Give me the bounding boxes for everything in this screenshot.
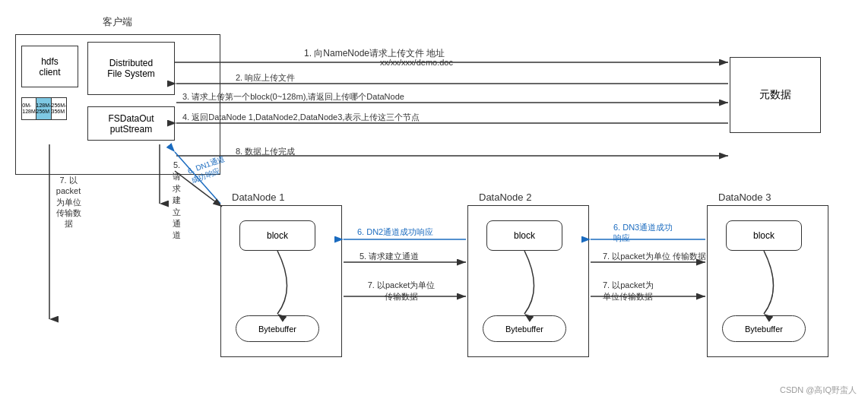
client-label: 客户端 xyxy=(103,15,132,29)
arrow7v-label: 7. 以packet为单位传输数据 xyxy=(53,175,84,229)
seg-1: 128M-256M xyxy=(36,97,52,120)
arrow6dn2-label: 6. DN2通道成功响应 xyxy=(357,226,433,238)
hdfs-client-box: hdfs client xyxy=(21,46,78,87)
block2-oval: block xyxy=(486,220,562,251)
namenode-box: 元数据 xyxy=(730,57,821,133)
arrow2-label: 2. 响应上传文件 xyxy=(236,72,295,84)
block1-oval: block xyxy=(239,220,315,251)
footer: CSDN @高IQ野蛮人 xyxy=(780,385,857,396)
block-segments: 0M-128M 128M-256M 256M-356M xyxy=(21,97,78,120)
bytebuffer3-oval: Bytebuffer xyxy=(722,315,806,342)
seg-2: 256M-356M xyxy=(52,97,67,120)
seg-0: 0M-128M xyxy=(21,97,36,120)
dfs-box: Distributed File System xyxy=(87,42,175,95)
arrow5dn2-label: 5. 请求建立通道 xyxy=(360,251,419,262)
arrow1-sublabel: xx/xx/xxx/demo.doc xyxy=(380,58,453,67)
arrow7dn2-label: 7. 以packet为单位传输数据 xyxy=(348,280,455,303)
arrow5v-label: 5.请求建立通道 xyxy=(163,160,190,242)
datanode3-label: DataNode 3 xyxy=(718,192,771,203)
bytebuffer1-oval: Bytebuffer xyxy=(236,315,319,342)
bytebuffer2-oval: Bytebuffer xyxy=(483,315,566,342)
arrow4-label: 4. 返回DataNode 1,DataNode2,DataNode3,表示上传… xyxy=(182,112,420,123)
block3-oval: block xyxy=(726,220,802,251)
arrow3-label: 3. 请求上传第一个block(0~128m),请返回上传哪个DataNode xyxy=(182,91,404,103)
fsdos-box: FSDataOut putStream xyxy=(87,106,175,141)
arrow6dn3-label: 6. DN3通道成功响应 xyxy=(613,222,673,244)
arrow8-label: 8. 数据上传完成 xyxy=(236,146,295,157)
arrow5dn3-label: 7. 以packet为单位 传输数据 xyxy=(603,251,706,262)
diagram-container: 客户端 hdfs client Distributed File System … xyxy=(0,0,868,402)
arrow7dn3-label: 7. 以packet为单位传输数据 xyxy=(603,280,654,303)
datanode1-label: DataNode 1 xyxy=(232,192,284,203)
datanode2-label: DataNode 2 xyxy=(479,192,531,203)
